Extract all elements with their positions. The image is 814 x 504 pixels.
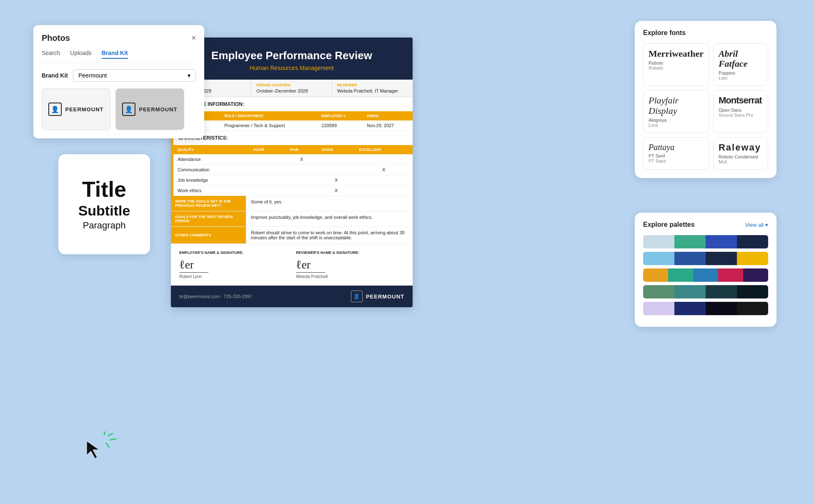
- footer-logo: 👤 PEERMOUNT: [351, 291, 404, 302]
- font-name: Abril Fatface: [719, 49, 763, 69]
- palettes-header: Explore palettes View all ▾: [643, 221, 768, 228]
- palette-swatch: [674, 235, 706, 248]
- cursor-area: [83, 438, 106, 462]
- table-row: Robert Lynn Programmer / Tech & Support …: [173, 120, 413, 131]
- doc-title: Employee Performance Review: [179, 49, 404, 62]
- employee-signature: EMPLOYEE'S NAME & SIGNATURE: ℓer Robert …: [179, 251, 288, 279]
- palette-swatch: [706, 252, 737, 265]
- svg-line-0: [108, 434, 113, 436]
- peermount-icon-light: 👤: [48, 103, 62, 116]
- qa-section: WERE THE GOALS SET IN THE PREVIOUS REVIE…: [171, 196, 413, 244]
- period-label: PERIOD COVERED: [256, 83, 326, 87]
- tab-search[interactable]: Search: [42, 50, 60, 59]
- palette-swatch: [737, 285, 768, 298]
- typography-title: Title: [82, 178, 126, 200]
- font-name: Pattaya: [649, 143, 704, 152]
- palette-row[interactable]: [643, 302, 768, 315]
- palette-swatch: [674, 302, 706, 315]
- explore-fonts-panel: Explore fonts Merriweather Roboto Roboto…: [635, 21, 776, 178]
- footer-contact: hr@peermount.com · 725-320-2997: [179, 294, 252, 299]
- period-value: October–December 2028: [256, 88, 326, 93]
- palette-swatch: [643, 268, 668, 282]
- font-sub2: Source Sans Pro: [719, 113, 763, 118]
- typography-subtitle: Subtitle: [78, 203, 130, 218]
- qa-answer: Improve punctuality, job knowledge, and …: [246, 211, 413, 226]
- palette-row[interactable]: [643, 268, 768, 282]
- explore-palettes-panel: Explore palettes View all ▾: [635, 213, 776, 327]
- palette-swatch: [643, 285, 674, 298]
- font-sub2: Lora: [649, 123, 704, 128]
- table-row: AttendanceX: [173, 154, 413, 165]
- photos-panel: Photos × Search Uploads Brand Kit Brand …: [33, 25, 204, 138]
- font-card[interactable]: Playfair Display Alegreya Lora: [643, 90, 709, 133]
- palette-swatch: [643, 235, 674, 248]
- font-name: Montserrat: [719, 95, 763, 105]
- qa-row: OTHER COMMENTS Robert should strive to c…: [171, 227, 413, 244]
- qa-row: WERE THE GOALS SET IN THE PREVIOUS REVIE…: [171, 196, 413, 211]
- palettes-title: Explore palettes: [643, 221, 695, 228]
- typography-paragraph: Paragraph: [83, 221, 126, 230]
- photos-tabs: Search Uploads Brand Kit: [42, 50, 196, 63]
- doc-reviewer-cell: REVIEWER Weleda Pratchett, IT Manager: [332, 80, 413, 97]
- reviewer-sig-image: ℓer: [296, 258, 325, 273]
- svg-line-3: [104, 431, 105, 435]
- font-sub2: Lato: [719, 75, 763, 80]
- font-card[interactable]: Merriweather Roboto Roboto: [643, 43, 709, 86]
- palette-swatch: [643, 252, 674, 265]
- qa-question: OTHER COMMENTS: [171, 227, 246, 243]
- reviewer-value: Weleda Pratchett, IT Manager: [337, 88, 408, 93]
- photos-title: Photos: [42, 33, 70, 43]
- palette-row[interactable]: [643, 235, 768, 248]
- brand-logo-light[interactable]: 👤 PEERMOUNT: [42, 88, 110, 130]
- palette-row[interactable]: [643, 285, 768, 298]
- palettes-list: [643, 235, 768, 315]
- doc-header: Employee Performance Review Human Resour…: [171, 38, 413, 80]
- palette-swatch: [737, 235, 768, 248]
- font-sub1: Roboto: [649, 60, 704, 65]
- sparkle-icon: [92, 431, 117, 456]
- view-all-button[interactable]: View all ▾: [745, 222, 768, 228]
- font-card[interactable]: Abril Fatface Poppins Lato: [713, 43, 768, 86]
- palette-row[interactable]: [643, 252, 768, 265]
- brand-kit-select[interactable]: Peermount ▾: [73, 69, 196, 82]
- reviewer-signature: REVIEWER'S NAME & SIGNATURE: ℓer Weleda …: [296, 251, 404, 279]
- qa-question: WERE THE GOALS SET IN THE PREVIOUS REVIE…: [171, 196, 246, 211]
- table-row: CommunicationX: [173, 165, 413, 175]
- qa-question: GOALS FOR THE NEXT REVIEW PERIOD: [171, 211, 246, 226]
- qa-answer: Robert should strive to come to work on …: [246, 227, 413, 243]
- palette-swatch: [706, 285, 737, 298]
- palette-swatch: [674, 285, 706, 298]
- doc-period-cell: PERIOD COVERED October–December 2028: [251, 80, 332, 97]
- doc-subtitle: Human Resources Management: [179, 65, 404, 71]
- characteristics-table: QUALITY POOR FAIR GOOD EXCELLENT Attenda…: [173, 145, 413, 196]
- qa-answer: Some of it, yes.: [246, 196, 413, 211]
- font-sub1: PT Serif: [649, 153, 704, 158]
- peermount-icon-dark: 👤: [122, 103, 135, 116]
- employee-table: NAME ROLE / DEPARTMENT EMPLOYEE # HIRED …: [173, 111, 413, 131]
- font-card[interactable]: Montserrat Open Sans Source Sans Pro: [713, 90, 768, 133]
- tab-brand-kit[interactable]: Brand Kit: [102, 50, 128, 59]
- font-name: Merriweather: [649, 49, 704, 59]
- col-hired: HIRED: [363, 111, 413, 120]
- font-name: Raleway: [719, 143, 763, 153]
- footer-logo-text: PEERMOUNT: [366, 293, 404, 300]
- document: Employee Performance Review Human Resour…: [171, 38, 413, 307]
- brand-logo-dark[interactable]: 👤 PEERMOUNT: [115, 88, 184, 130]
- font-sub2: Roboto: [649, 65, 704, 70]
- signatures-section: EMPLOYEE'S NAME & SIGNATURE: ℓer Robert …: [171, 244, 413, 286]
- photos-close-button[interactable]: ×: [191, 34, 196, 43]
- doc-footer: hr@peermount.com · 725-320-2997 👤 PEERMO…: [171, 286, 413, 307]
- brand-kit-row: Brand Kit Peermount ▾: [42, 69, 196, 82]
- reviewer-label: REVIEWER: [337, 83, 408, 87]
- font-card[interactable]: Pattaya PT Serif PT Sans: [643, 137, 709, 170]
- font-sub1: Poppins: [719, 70, 763, 75]
- table-row: Job knowledgeX: [173, 175, 413, 186]
- brand-kit-label: Brand Kit: [42, 72, 68, 79]
- explore-fonts-title: Explore fonts: [643, 29, 768, 37]
- font-card[interactable]: Raleway Roboto Condensed Muli: [713, 137, 768, 170]
- col-employee: EMPLOYEE #: [317, 111, 363, 120]
- characteristics-section: CHARACTERISTICS: QUALITY POOR FAIR GOOD …: [171, 131, 413, 196]
- font-grid: Merriweather Roboto Roboto Abril Fatface…: [643, 43, 768, 170]
- tab-uploads[interactable]: Uploads: [70, 50, 91, 59]
- svg-line-2: [106, 443, 109, 447]
